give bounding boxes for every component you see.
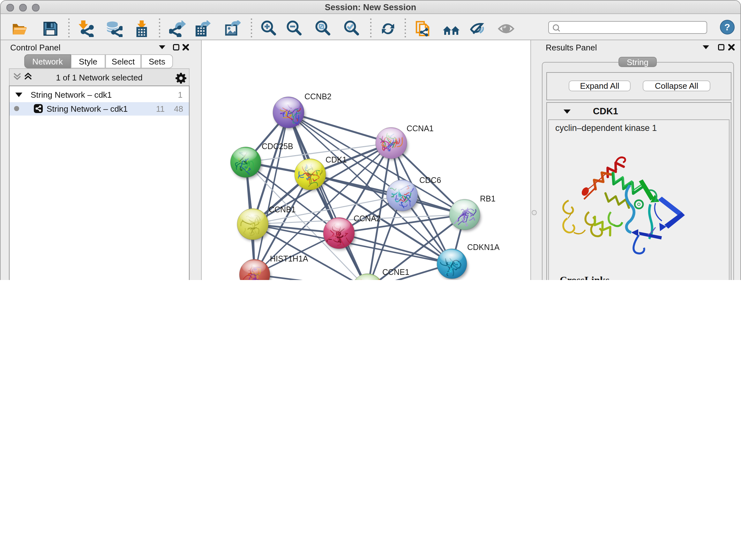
svg-text:CDKN1A: CDKN1A [467, 243, 500, 252]
svg-text:CDC25B: CDC25B [262, 142, 293, 151]
svg-text:CCNE1: CCNE1 [382, 267, 409, 276]
svg-text:CCNB2: CCNB2 [305, 92, 332, 101]
svg-text:CCNA1: CCNA1 [407, 124, 434, 133]
svg-text:CDC6: CDC6 [419, 176, 441, 185]
svg-text:HIST1H1A: HIST1H1A [270, 254, 308, 263]
svg-text:?: ? [724, 22, 730, 32]
svg-text:RB1: RB1 [480, 194, 495, 203]
svg-text:CDK1: CDK1 [326, 155, 347, 164]
svg-text:CCNA2: CCNA2 [354, 214, 381, 223]
svg-text:CCNB1: CCNB1 [269, 205, 296, 214]
